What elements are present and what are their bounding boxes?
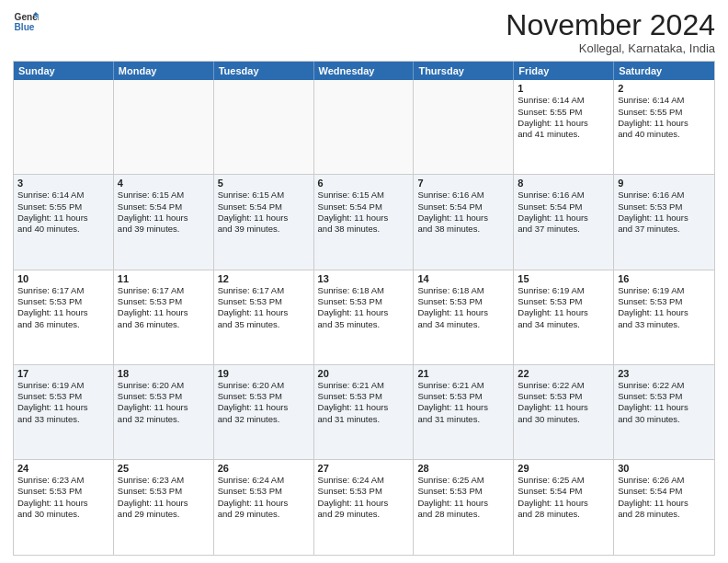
cell-info-line: Sunset: 5:53 PM <box>618 296 711 307</box>
cell-info-line: Sunset: 5:53 PM <box>17 391 109 402</box>
cell-info-line: and 32 minutes. <box>218 414 310 425</box>
cell-info-line: Sunrise: 6:18 AM <box>417 285 509 296</box>
day-cell: 30Sunrise: 6:26 AMSunset: 5:54 PMDayligh… <box>614 460 714 555</box>
cell-info-line: Daylight: 11 hours <box>318 402 410 413</box>
cell-info-line: Daylight: 11 hours <box>417 402 509 413</box>
weekday-header: Sunday <box>14 62 114 80</box>
day-number: 7 <box>417 178 509 189</box>
cell-info-line: Sunset: 5:53 PM <box>518 391 609 402</box>
day-number: 20 <box>318 368 410 379</box>
weekday-header: Monday <box>114 62 214 80</box>
cell-info-line: Daylight: 11 hours <box>417 307 509 318</box>
cell-info-line: Sunrise: 6:21 AM <box>318 380 410 391</box>
cell-info-line: Daylight: 11 hours <box>218 307 310 318</box>
day-cell: 13Sunrise: 6:18 AMSunset: 5:53 PMDayligh… <box>314 270 415 364</box>
cell-info-line: Daylight: 11 hours <box>518 118 609 129</box>
cell-info-line: Sunrise: 6:18 AM <box>318 285 410 296</box>
calendar: SundayMondayTuesdayWednesdayThursdayFrid… <box>13 61 715 556</box>
cell-info-line: Daylight: 11 hours <box>118 402 210 413</box>
cell-info-line: Daylight: 11 hours <box>618 213 711 224</box>
cell-info-line: and 31 minutes. <box>318 414 410 425</box>
day-number: 11 <box>118 273 210 284</box>
cell-info-line: and 32 minutes. <box>118 414 210 425</box>
cell-info-line: Daylight: 11 hours <box>518 213 609 224</box>
weekday-header: Friday <box>514 62 614 80</box>
cell-info-line: and 28 minutes. <box>417 509 509 520</box>
cell-info-line: Sunrise: 6:20 AM <box>218 380 310 391</box>
day-number: 15 <box>518 273 609 284</box>
cell-info-line: Daylight: 11 hours <box>417 498 509 509</box>
cell-info-line: Sunset: 5:53 PM <box>218 296 310 307</box>
logo: General Blue <box>13 9 39 35</box>
cell-info-line: Daylight: 11 hours <box>618 307 711 318</box>
day-cell: 8Sunrise: 6:16 AMSunset: 5:54 PMDaylight… <box>514 175 614 269</box>
cell-info-line: Sunset: 5:54 PM <box>518 201 609 213</box>
cell-info-line: Sunset: 5:53 PM <box>218 391 310 402</box>
empty-cell <box>414 80 514 174</box>
cell-info-line: Sunrise: 6:15 AM <box>118 190 210 201</box>
header: General Blue November 2024 Kollegal, Kar… <box>13 9 715 55</box>
day-cell: 14Sunrise: 6:18 AMSunset: 5:53 PMDayligh… <box>414 270 514 364</box>
cell-info-line: Sunset: 5:53 PM <box>17 296 109 307</box>
cell-info-line: and 39 minutes. <box>118 224 210 235</box>
day-cell: 7Sunrise: 6:16 AMSunset: 5:54 PMDaylight… <box>414 175 514 269</box>
day-number: 27 <box>318 463 410 474</box>
cell-info-line: Sunset: 5:53 PM <box>318 296 410 307</box>
page: General Blue November 2024 Kollegal, Kar… <box>0 0 728 563</box>
weekday-header: Tuesday <box>214 62 314 80</box>
weekday-header: Wednesday <box>314 62 415 80</box>
cell-info-line: Sunrise: 6:16 AM <box>618 190 711 201</box>
day-number: 1 <box>518 83 609 94</box>
cell-info-line: and 29 minutes. <box>218 509 310 520</box>
cell-info-line: and 30 minutes. <box>618 414 711 425</box>
day-cell: 4Sunrise: 6:15 AMSunset: 5:54 PMDaylight… <box>114 175 214 269</box>
cell-info-line: Sunrise: 6:26 AM <box>618 475 711 486</box>
cell-info-line: Sunrise: 6:16 AM <box>518 190 609 201</box>
day-number: 16 <box>618 273 711 284</box>
cell-info-line: Daylight: 11 hours <box>518 402 609 413</box>
day-cell: 29Sunrise: 6:25 AMSunset: 5:54 PMDayligh… <box>514 460 614 555</box>
cell-info-line: and 29 minutes. <box>118 509 210 520</box>
day-number: 8 <box>518 178 609 189</box>
cell-info-line: Sunrise: 6:23 AM <box>17 475 109 486</box>
cell-info-line: and 34 minutes. <box>417 319 509 330</box>
cell-info-line: Sunrise: 6:14 AM <box>518 95 609 106</box>
cell-info-line: Sunset: 5:53 PM <box>417 486 509 497</box>
empty-cell <box>114 80 214 174</box>
cell-info-line: Sunrise: 6:21 AM <box>417 380 509 391</box>
day-cell: 3Sunrise: 6:14 AMSunset: 5:55 PMDaylight… <box>14 175 114 269</box>
day-cell: 10Sunrise: 6:17 AMSunset: 5:53 PMDayligh… <box>14 270 114 364</box>
cell-info-line: and 35 minutes. <box>218 319 310 330</box>
cell-info-line: Sunrise: 6:14 AM <box>618 95 711 106</box>
cell-info-line: Sunset: 5:53 PM <box>118 296 210 307</box>
day-number: 23 <box>618 368 711 379</box>
cell-info-line: Sunset: 5:54 PM <box>218 201 310 213</box>
cell-info-line: and 36 minutes. <box>118 319 210 330</box>
cell-info-line: and 37 minutes. <box>618 224 711 235</box>
cell-info-line: Daylight: 11 hours <box>318 307 410 318</box>
weekday-header: Thursday <box>414 62 514 80</box>
cell-info-line: Daylight: 11 hours <box>618 118 711 129</box>
cell-info-line: Daylight: 11 hours <box>518 498 609 509</box>
day-number: 13 <box>318 273 410 284</box>
empty-cell <box>314 80 415 174</box>
cell-info-line: Sunset: 5:54 PM <box>618 486 711 497</box>
day-cell: 19Sunrise: 6:20 AMSunset: 5:53 PMDayligh… <box>214 365 314 459</box>
cell-info-line: and 29 minutes. <box>318 509 410 520</box>
day-number: 30 <box>618 463 711 474</box>
day-cell: 22Sunrise: 6:22 AMSunset: 5:53 PMDayligh… <box>514 365 614 459</box>
day-cell: 16Sunrise: 6:19 AMSunset: 5:53 PMDayligh… <box>614 270 714 364</box>
cell-info-line: and 28 minutes. <box>518 509 609 520</box>
day-number: 3 <box>17 178 109 189</box>
day-cell: 6Sunrise: 6:15 AMSunset: 5:54 PMDaylight… <box>314 175 415 269</box>
empty-cell <box>14 80 114 174</box>
title-block: November 2024 Kollegal, Karnataka, India <box>506 9 715 55</box>
day-number: 19 <box>218 368 310 379</box>
cell-info-line: Sunrise: 6:17 AM <box>17 285 109 296</box>
calendar-row: 10Sunrise: 6:17 AMSunset: 5:53 PMDayligh… <box>14 270 714 365</box>
day-number: 6 <box>318 178 410 189</box>
day-cell: 23Sunrise: 6:22 AMSunset: 5:53 PMDayligh… <box>614 365 714 459</box>
cell-info-line: Daylight: 11 hours <box>118 307 210 318</box>
cell-info-line: Daylight: 11 hours <box>417 213 509 224</box>
calendar-row: 24Sunrise: 6:23 AMSunset: 5:53 PMDayligh… <box>14 460 714 555</box>
